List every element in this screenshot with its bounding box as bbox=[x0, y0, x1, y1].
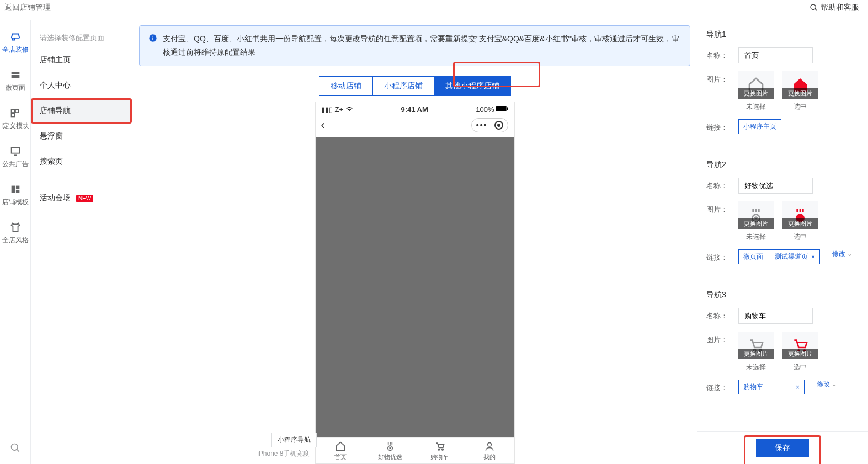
phone-navbar: ‹ ••• bbox=[316, 115, 514, 137]
nav-component-label[interactable]: 小程序导航 bbox=[271, 433, 317, 447]
img-label: 图片： bbox=[706, 71, 732, 84]
img-unselected[interactable]: 更换图片 bbox=[738, 71, 774, 99]
name-label: 名称： bbox=[706, 178, 732, 191]
right-panel: 导航1 名称： 图片： 更换图片 未选择 bbox=[697, 20, 868, 464]
link-seg: 微页面 bbox=[743, 252, 763, 262]
link-seg: 购物车 bbox=[743, 382, 763, 392]
phone-tab-featured[interactable]: 好物优选 bbox=[365, 438, 415, 463]
module-icon bbox=[9, 107, 21, 119]
nav-group-2: 导航2 名称： 图片： 更换图片 未选择 bbox=[706, 160, 859, 264]
img-caption: 未选择 bbox=[746, 232, 766, 242]
sidebar-item-activity[interactable]: 活动会场 NEW bbox=[31, 185, 132, 211]
search-button[interactable] bbox=[10, 442, 21, 455]
rail-label: 店铺模板 bbox=[2, 198, 29, 207]
phone-tab-mine[interactable]: 我的 bbox=[465, 438, 514, 463]
new-badge: NEW bbox=[76, 195, 93, 202]
tab-label: 首页 bbox=[334, 453, 347, 461]
img-unselected[interactable]: 更换图片 bbox=[738, 332, 774, 359]
template-icon bbox=[9, 183, 22, 195]
subtab-miniprogram[interactable]: 小程序店铺 bbox=[373, 76, 434, 96]
modify-link[interactable]: 修改 bbox=[817, 380, 837, 389]
img-label: 图片： bbox=[706, 201, 732, 215]
img-caption: 选中 bbox=[794, 232, 807, 242]
nav-group-1: 导航1 名称： 图片： 更换图片 未选择 bbox=[706, 30, 859, 134]
time-label: 9:41 AM bbox=[401, 105, 428, 114]
link-tag[interactable]: 小程序主页 bbox=[738, 119, 781, 134]
sidebar-item-search[interactable]: 搜索页 bbox=[31, 149, 132, 174]
phone-tab-home[interactable]: 首页 bbox=[316, 438, 365, 463]
cart-icon bbox=[434, 441, 445, 452]
img-selected[interactable]: 更换图片 bbox=[782, 201, 818, 229]
menu-dots-icon: ••• bbox=[476, 121, 488, 130]
change-label: 更换图片 bbox=[738, 218, 774, 229]
change-label: 更换图片 bbox=[738, 349, 774, 359]
rail-label: 公共广告 bbox=[2, 159, 29, 169]
phone-body bbox=[316, 137, 514, 437]
group-title: 导航2 bbox=[706, 160, 859, 170]
img-caption: 未选择 bbox=[746, 362, 766, 372]
carrier-label: Z+ bbox=[335, 105, 344, 114]
name-input[interactable] bbox=[738, 47, 813, 63]
back-icon[interactable]: ‹ bbox=[321, 118, 325, 132]
img-caption: 选中 bbox=[794, 102, 807, 111]
subtab-other-miniprogram[interactable]: 其他小程序店铺 bbox=[434, 76, 511, 96]
link-label: 链接： bbox=[706, 119, 732, 132]
nav-group-3: 导航3 名称： 图片： 更换图片 未选择 bbox=[706, 290, 859, 394]
subtab-mobile[interactable]: 移动店铺 bbox=[319, 76, 373, 96]
sidebar-item-home[interactable]: 店铺主页 bbox=[31, 47, 132, 73]
shirt-icon bbox=[9, 221, 22, 233]
name-label: 名称： bbox=[706, 47, 732, 61]
rail-item-publicad[interactable]: 公共广告 bbox=[2, 145, 29, 169]
device-note: iPhone 8手机宽度 bbox=[249, 449, 310, 458]
svg-rect-10 bbox=[15, 186, 19, 189]
img-selected[interactable]: 更换图片 bbox=[782, 71, 818, 99]
search-icon bbox=[10, 442, 21, 454]
phone-tab-cart[interactable]: 购物车 bbox=[415, 438, 465, 463]
close-icon[interactable]: × bbox=[811, 253, 815, 261]
rail-item-micropage[interactable]: 微页面 bbox=[6, 69, 25, 93]
rail-item-decorate[interactable]: 全店装修 bbox=[2, 31, 29, 55]
svg-point-12 bbox=[11, 444, 18, 451]
svg-rect-5 bbox=[15, 110, 18, 113]
alert-text: 支付宝、QQ、百度、小红书共用一份导航配置，每次更改导航的任意配置项，需要重新提… bbox=[163, 33, 681, 59]
target-icon bbox=[494, 121, 503, 130]
tab-label: 我的 bbox=[483, 453, 496, 461]
img-unselected[interactable]: 更换图片 bbox=[738, 201, 774, 229]
help-link[interactable]: 帮助和客服 bbox=[810, 3, 859, 13]
img-selected[interactable]: 更换图片 bbox=[782, 332, 818, 359]
info-icon bbox=[148, 34, 157, 59]
group-title: 导航3 bbox=[706, 290, 859, 300]
img-caption: 未选择 bbox=[746, 102, 766, 111]
name-input[interactable] bbox=[738, 308, 813, 324]
rail-item-template[interactable]: 店铺模板 bbox=[2, 183, 29, 207]
svg-rect-2 bbox=[11, 72, 19, 74]
workspace: 支付宝、QQ、百度、小红书共用一份导航配置，每次更改导航的任意配置项，需要重新提… bbox=[132, 20, 697, 464]
sidebar-item-nav[interactable]: 店铺导航 bbox=[31, 98, 132, 124]
name-input[interactable] bbox=[738, 178, 813, 194]
back-link[interactable]: 返回店铺管理 bbox=[4, 3, 51, 13]
search-icon bbox=[810, 3, 818, 12]
modify-link[interactable]: 修改 bbox=[832, 249, 853, 259]
home-icon bbox=[335, 441, 346, 452]
sidebar-item-float[interactable]: 悬浮窗 bbox=[31, 124, 132, 149]
link-tag[interactable]: 微页面 测试渠道页 × bbox=[738, 249, 820, 264]
rail-item-style[interactable]: 全店风格 bbox=[2, 221, 29, 245]
rail-label: 微页面 bbox=[6, 83, 25, 93]
miniprogram-capsule[interactable]: ••• bbox=[471, 118, 509, 132]
change-label: 更换图片 bbox=[782, 218, 818, 229]
svg-rect-11 bbox=[15, 190, 19, 193]
svg-rect-7 bbox=[11, 148, 19, 153]
link-label: 链接： bbox=[706, 249, 732, 263]
svg-point-0 bbox=[811, 4, 816, 9]
sidebar: 请选择装修配置页面 店铺主页 个人中心 店铺导航 悬浮窗 搜索页 活动会场 NE… bbox=[31, 20, 132, 464]
rail-item-custom[interactable]: i定义模块 bbox=[1, 107, 29, 131]
tab-label: 好物优选 bbox=[378, 453, 402, 461]
link-tag[interactable]: 购物车 × bbox=[738, 380, 805, 394]
sidebar-item-personal[interactable]: 个人中心 bbox=[31, 73, 132, 98]
name-label: 名称： bbox=[706, 308, 732, 321]
battery-icon bbox=[496, 105, 508, 114]
subtabs: 移动店铺 小程序店铺 其他小程序店铺 bbox=[319, 76, 511, 96]
close-icon[interactable]: × bbox=[796, 383, 800, 391]
svg-rect-9 bbox=[11, 186, 14, 193]
svg-point-22 bbox=[487, 442, 491, 446]
